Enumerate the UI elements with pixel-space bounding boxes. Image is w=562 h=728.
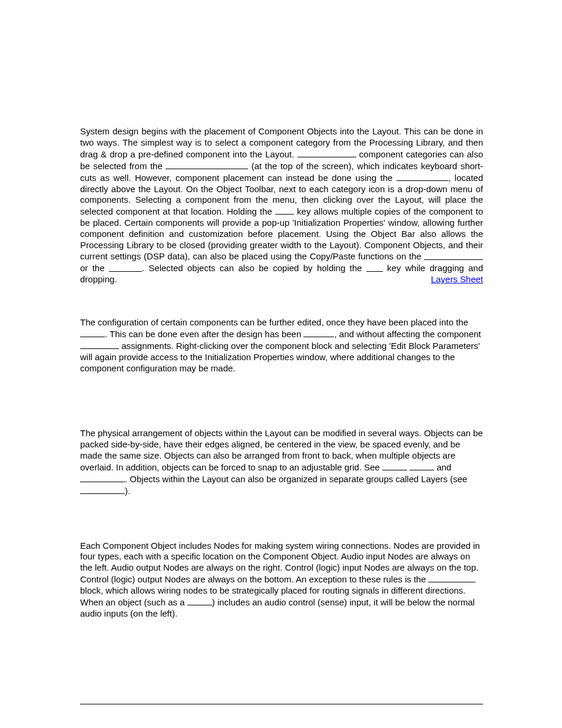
text: and xyxy=(434,462,451,472)
spacer xyxy=(80,374,483,428)
blank-fill xyxy=(80,473,125,482)
paragraph-3: The physical arrangement of objects with… xyxy=(80,428,483,496)
footer-rule xyxy=(80,704,483,704)
blank-fill xyxy=(275,206,294,215)
spacer xyxy=(80,285,483,317)
text: ). xyxy=(125,486,130,496)
paragraph-4: Each Component Object includes Nodes for… xyxy=(80,541,483,620)
blank-fill xyxy=(382,462,407,470)
blank-fill xyxy=(80,485,125,494)
blank-fill xyxy=(80,340,119,349)
text: . This can be done even after the design… xyxy=(105,329,303,339)
text: or the xyxy=(80,263,109,274)
blank-fill xyxy=(428,574,475,582)
page-content: System design begins with the placement … xyxy=(80,0,483,619)
text: Each Component Object includes Nodes for… xyxy=(80,541,480,585)
blank-fill xyxy=(396,172,448,181)
paragraph-1: System design begins with the placement … xyxy=(80,126,483,285)
blank-fill xyxy=(424,251,483,259)
text: The configuration of certain components … xyxy=(80,317,468,327)
blank-fill xyxy=(409,462,434,470)
blank-fill xyxy=(187,597,212,605)
layers-sheet-link[interactable]: Layers Sheet xyxy=(431,274,483,284)
text: . Objects within the Layout can also be … xyxy=(125,474,467,484)
blank-fill xyxy=(297,149,356,157)
blank-fill xyxy=(109,262,142,271)
text: . Selected objects can also be copied by… xyxy=(142,263,366,274)
blank-fill xyxy=(366,262,383,271)
spacer xyxy=(80,497,483,541)
paragraph-2: The configuration of certain components … xyxy=(80,317,483,374)
text: assignments. Right-clicking over the com… xyxy=(80,341,480,373)
blank-fill xyxy=(303,328,334,337)
blank-fill xyxy=(166,160,248,169)
blank-fill xyxy=(80,328,105,337)
text: , and without affecting the component xyxy=(334,329,481,339)
